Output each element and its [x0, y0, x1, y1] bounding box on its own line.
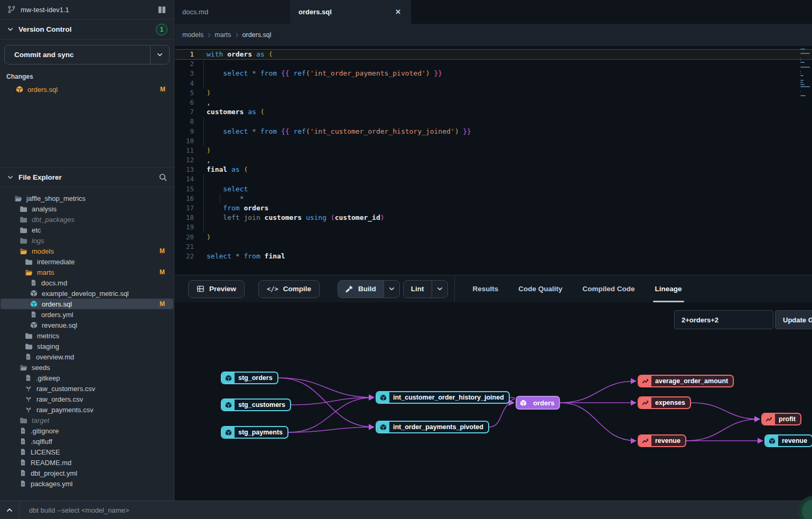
tree-item-label: etc: [32, 226, 165, 234]
tree-item-dbt_packages[interactable]: dbt_packages: [1, 214, 173, 225]
tree-item-packages.yml[interactable]: packages.yml: [1, 478, 173, 489]
code-line: 20): [175, 233, 812, 242]
line-number: 13: [175, 165, 194, 174]
lineage-node-stg_customers[interactable]: stg_customers: [221, 398, 291, 411]
build-options-caret[interactable]: [384, 281, 399, 298]
tree-item-docs.md[interactable]: docs.md: [1, 277, 173, 288]
folder-icon: [25, 342, 33, 350]
compile-button[interactable]: </> Compile: [258, 280, 320, 298]
line-number: 10: [175, 136, 194, 146]
tree-item-example_develop_metric.sql[interactable]: example_develop_metric.sql: [1, 288, 173, 299]
tree-item-.gitkeep[interactable]: .gitkeep: [1, 373, 173, 383]
lineage-node-label: stg_payments: [235, 427, 287, 438]
lineage-node-profit[interactable]: profit: [761, 413, 801, 425]
tree-item-raw_payments.csv[interactable]: raw_payments.csv: [1, 404, 173, 415]
version-control-header[interactable]: Version Control 1: [0, 20, 174, 40]
code-line: 18 left join customers using (customer_i…: [175, 213, 812, 223]
lineage-node-revenue_model[interactable]: revenue: [764, 434, 812, 447]
tree-item-raw_orders.csv[interactable]: raw_orders.csv: [1, 394, 173, 404]
command-input[interactable]: [20, 501, 812, 519]
folder-open-icon: [20, 364, 27, 372]
lineage-node-expenses[interactable]: expenses: [638, 396, 691, 409]
lineage-node-average_order_amount[interactable]: average_order_amount: [638, 375, 734, 387]
code-editor[interactable]: 1with orders as (23 select * from {{ ref…: [175, 46, 812, 275]
tree-item-label: logs: [32, 237, 165, 245]
model-cube-icon: [222, 373, 235, 383]
changed-file-name: orders.sql: [27, 86, 156, 94]
command-bar: [0, 501, 812, 519]
lineage-node-orders[interactable]: orders: [516, 396, 560, 410]
code-line: 12,: [175, 155, 812, 165]
breadcrumb-item[interactable]: marts: [214, 31, 231, 39]
tab-docs-md[interactable]: docs.md: [175, 0, 291, 24]
tab-lineage[interactable]: Lineage: [653, 275, 684, 302]
commit-options-caret[interactable]: [150, 45, 169, 64]
tree-item-label: marts: [37, 268, 155, 276]
changed-file-orders-sql[interactable]: orders.sql M: [0, 84, 174, 95]
line-text: ): [194, 146, 812, 155]
version-control-title: Version Control: [18, 25, 152, 33]
changes-count-badge: 1: [156, 24, 167, 35]
line-number: 19: [175, 223, 194, 232]
tree-item-metrics[interactable]: metrics: [1, 330, 173, 341]
file-icon: [25, 374, 32, 382]
tree-item-marts[interactable]: martsM: [1, 267, 173, 277]
tree-item-models[interactable]: modelsM: [1, 246, 173, 256]
tree-item-analysis[interactable]: analysis: [1, 203, 173, 214]
line-number: 20: [175, 233, 194, 242]
breadcrumb-item[interactable]: orders.sql: [242, 31, 272, 39]
tree-item-revenue.sql[interactable]: revenue.sql: [1, 320, 173, 330]
tab-label: orders.sql: [298, 8, 393, 16]
tree-item-orders.yml[interactable]: orders.yml: [1, 309, 173, 320]
tree-item-orders.sql[interactable]: orders.sqlM: [1, 299, 173, 309]
line-text: select * from {{ ref('int_customer_order…: [194, 127, 812, 136]
indent-guide: [203, 59, 204, 69]
lineage-node-stg_payments[interactable]: stg_payments: [221, 426, 288, 439]
lineage-node-stg_orders[interactable]: stg_orders: [221, 372, 278, 384]
tree-item-intermediate[interactable]: intermediate: [1, 256, 173, 267]
tab-orders-sql[interactable]: orders.sql ✕: [291, 0, 411, 24]
lint-options-caret[interactable]: [432, 281, 447, 298]
tree-item-.sqlfluff[interactable]: .sqlfluff: [1, 436, 173, 447]
tree-item-label: dbt_packages: [32, 216, 165, 224]
folder-icon: [20, 237, 27, 245]
folder-icon: [25, 258, 33, 266]
tree-item-dbt_project.yml[interactable]: dbt_project.yml: [1, 468, 173, 478]
file-explorer-header[interactable]: File Explorer: [0, 167, 174, 187]
tree-item-logs[interactable]: logs: [1, 235, 173, 246]
search-icon[interactable]: [158, 173, 167, 182]
tree-item-staging[interactable]: staging: [1, 341, 173, 351]
lineage-selector-input[interactable]: [674, 310, 773, 329]
preview-label: Preview: [209, 285, 236, 293]
tree-item-jaffle_shop_metrics[interactable]: jaffle_shop_metrics: [1, 193, 173, 203]
tab-compiled-code[interactable]: Compiled Code: [581, 275, 637, 302]
tree-item-raw_customers.csv[interactable]: raw_customers.csv: [1, 383, 173, 394]
tab-results[interactable]: Results: [471, 275, 501, 302]
build-button[interactable]: Build: [338, 281, 384, 298]
tree-item-README.md[interactable]: README.md: [1, 457, 173, 468]
lint-button[interactable]: Lint: [404, 281, 432, 298]
commit-and-sync-button[interactable]: Commit and sync: [4, 45, 170, 64]
lineage-node-int_customer_order_history_joined[interactable]: int_customer_order_history_joined: [376, 391, 510, 404]
tree-item-target[interactable]: target: [1, 415, 173, 425]
tree-item-etc[interactable]: etc: [1, 225, 173, 235]
line-text: select: [194, 184, 812, 194]
lineage-node-revenue_metric[interactable]: revenue: [638, 434, 686, 447]
tree-item-label: orders.yml: [41, 311, 165, 319]
chevron-up-icon[interactable]: [0, 501, 20, 519]
breadcrumb-item[interactable]: models: [182, 31, 203, 39]
tab-code-quality[interactable]: Code Quality: [516, 275, 564, 302]
preview-button[interactable]: Preview: [188, 280, 245, 298]
tree-item-.gitignore[interactable]: .gitignore: [1, 425, 173, 436]
tree-item-label: metrics: [37, 332, 165, 340]
build-button-group: Build: [338, 280, 400, 298]
tree-item-overview.md[interactable]: overview.md: [1, 351, 173, 362]
tree-item-seeds[interactable]: seeds: [1, 362, 173, 373]
branch-header: mw-test-idev1.1: [0, 0, 174, 20]
lineage-node-int_order_payments_pivoted[interactable]: int_order_payments_pivoted: [376, 421, 489, 433]
close-tab-icon[interactable]: ✕: [393, 7, 403, 17]
update-graph-button[interactable]: Update Graph: [775, 310, 812, 329]
columns-layout-icon[interactable]: [157, 5, 166, 14]
lineage-edge: [288, 427, 374, 432]
tree-item-LICENSE[interactable]: LICENSE: [1, 447, 173, 457]
